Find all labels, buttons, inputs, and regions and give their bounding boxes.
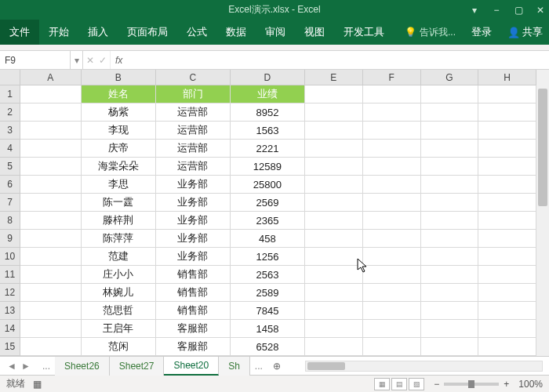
col-header-F[interactable]: F [363,70,421,85]
name-box-dropdown-icon[interactable]: ▾ [71,51,83,69]
cell[interactable]: 庄小小 [82,266,156,284]
column-headers[interactable]: ABCDEFGH [20,70,536,85]
zoom-out-button[interactable]: − [434,379,439,390]
cell[interactable] [20,248,82,266]
cell[interactable] [478,212,536,230]
cell[interactable] [421,266,479,284]
page-layout-view-icon[interactable]: ▤ [391,378,407,390]
tab-view[interactable]: 视图 [295,20,334,45]
macro-record-icon[interactable]: ▦ [33,379,42,390]
cell[interactable] [478,320,536,338]
cell[interactable] [363,212,421,230]
cell[interactable]: 8952 [231,103,305,122]
zoom-level[interactable]: 100% [518,379,543,390]
zoom-in-button[interactable]: + [504,379,509,390]
hscroll-thumb[interactable] [307,362,345,370]
cell[interactable]: 458 [231,230,305,248]
cell[interactable] [478,122,536,140]
cell[interactable]: 1256 [231,248,305,266]
sheet-tab-Sheet27[interactable]: Sheet27 [110,357,165,376]
cell[interactable] [363,320,421,338]
cell[interactable]: 业务部 [156,194,231,212]
cell[interactable] [478,140,536,158]
cell[interactable] [305,194,363,212]
cell[interactable] [421,122,479,140]
cell[interactable] [421,248,479,266]
cell[interactable] [363,248,421,266]
cell[interactable]: 客服部 [156,338,231,356]
cell[interactable] [478,176,536,194]
row-header-1[interactable]: 1 [0,85,20,103]
cell[interactable] [421,85,479,103]
cell[interactable] [363,176,421,194]
cell[interactable]: 业务部 [156,248,231,266]
row-header-12[interactable]: 12 [0,284,20,302]
cell[interactable]: 运营部 [156,140,231,158]
cell[interactable] [305,103,363,122]
cell[interactable] [20,103,82,122]
page-break-view-icon[interactable]: ▧ [409,378,424,390]
cell[interactable] [20,302,82,320]
login-button[interactable]: 登录 [462,20,501,45]
tab-layout[interactable]: 页面布局 [118,20,177,45]
cell[interactable] [478,338,536,356]
cell[interactable] [20,320,82,338]
cell[interactable] [20,122,82,140]
cell[interactable]: 2563 [231,266,305,284]
cell[interactable] [305,266,363,284]
cell[interactable]: 王启年 [82,320,156,338]
tab-developer[interactable]: 开发工具 [334,20,394,45]
cell[interactable]: 滕梓荆 [82,212,156,230]
cell[interactable] [363,103,421,122]
tell-me[interactable]: 💡 告诉我... [398,26,462,39]
row-header-7[interactable]: 7 [0,194,20,212]
col-header-G[interactable]: G [421,70,479,85]
cell[interactable]: 业务部 [156,176,231,194]
cell[interactable] [305,176,363,194]
cell[interactable]: 李现 [82,122,156,140]
cell[interactable] [363,302,421,320]
cell[interactable] [20,140,82,158]
cell[interactable]: 业绩 [231,85,305,103]
tab-data[interactable]: 数据 [216,20,256,45]
cell[interactable]: 25800 [231,176,305,194]
sheet-nav[interactable]: ◄ ► [0,361,38,372]
cell[interactable] [363,122,421,140]
cell[interactable]: 范思哲 [82,302,156,320]
cell[interactable]: 12589 [231,158,305,176]
cell[interactable]: 运营部 [156,158,231,176]
cell[interactable]: 杨紫 [82,103,156,122]
cell[interactable]: 销售部 [156,302,231,320]
cell[interactable] [478,248,536,266]
cell[interactable]: 海棠朵朵 [82,158,156,176]
col-header-D[interactable]: D [231,70,305,85]
share-button[interactable]: 👤 共享 [501,25,549,39]
row-header-6[interactable]: 6 [0,176,20,194]
cell[interactable] [421,320,479,338]
cell[interactable]: 运营部 [156,122,231,140]
minimize-icon[interactable]: − [491,5,502,16]
cell[interactable] [421,194,479,212]
row-header-15[interactable]: 15 [0,338,20,356]
cell[interactable] [478,194,536,212]
cell[interactable]: 运营部 [156,103,231,122]
row-header-10[interactable]: 10 [0,248,20,266]
cell[interactable] [20,212,82,230]
cell[interactable] [421,176,479,194]
cell[interactable] [305,230,363,248]
cell[interactable] [421,140,479,158]
cell[interactable]: 6528 [231,338,305,356]
vertical-scrollbar[interactable] [536,70,549,356]
cell[interactable]: 2365 [231,212,305,230]
cell[interactable]: 部门 [156,85,231,103]
cell[interactable] [305,122,363,140]
cell[interactable] [421,103,479,122]
zoom-knob[interactable] [468,380,474,388]
cell[interactable]: 姓名 [82,85,156,103]
cells-area[interactable]: 姓名部门业绩杨紫运营部8952李现运营部1563庆帝运营部2221海棠朵朵运营部… [20,85,536,356]
cell[interactable]: 林婉儿 [82,284,156,302]
col-header-A[interactable]: A [20,70,82,85]
tab-review[interactable]: 审阅 [256,20,295,45]
cell[interactable] [363,284,421,302]
cell[interactable]: 陈一霆 [82,194,156,212]
